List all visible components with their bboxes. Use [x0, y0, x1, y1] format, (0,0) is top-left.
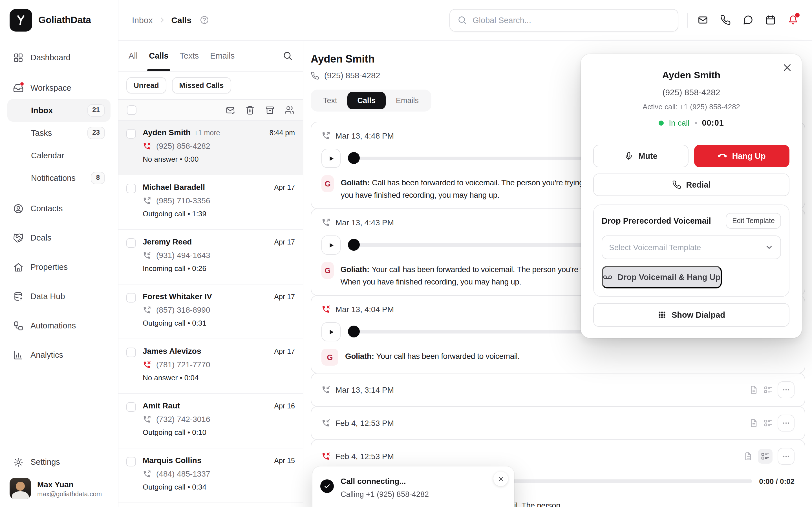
show-dialpad-button[interactable]: Show Dialpad [593, 303, 790, 327]
select-all-checkbox[interactable] [127, 105, 137, 115]
inbox-count-badge: 21 [87, 104, 105, 116]
close-icon[interactable] [782, 62, 792, 73]
tab-calls[interactable]: Calls [347, 92, 386, 109]
row-checkbox[interactable] [126, 402, 136, 412]
toast-title: Call connecting... [341, 476, 429, 486]
incoming-call-icon [321, 419, 331, 428]
filter-unread[interactable]: Unread [126, 77, 166, 94]
popup-contact-phone: (925) 858-4282 [593, 87, 790, 97]
tab-all[interactable]: All [129, 41, 138, 71]
missed-call-icon [321, 452, 331, 461]
sidebar-item-notifications[interactable]: Notifications 8 [7, 167, 110, 189]
sidebar-item-properties[interactable]: Properties [7, 256, 110, 278]
tab-texts[interactable]: Texts [180, 41, 199, 71]
play-button[interactable] [321, 323, 341, 342]
list-item[interactable]: Jay Apr 15 [118, 503, 303, 507]
details-toggle[interactable] [758, 449, 772, 464]
sidebar-item-inbox[interactable]: Inbox 21 [7, 99, 110, 122]
play-button[interactable] [321, 235, 341, 255]
row-checkbox[interactable] [126, 129, 136, 138]
voicemail-icon [603, 272, 612, 282]
edit-template-button[interactable]: Edit Template [726, 213, 781, 229]
tab-calls[interactable]: Calls [149, 41, 168, 71]
list-item[interactable]: Jeremy Reed Apr 17 (931) 494-1643 Incomi… [118, 230, 303, 284]
list-item[interactable]: Marquis Collins Apr 15 (484) 485-1337 Ou… [118, 448, 303, 503]
archive-icon[interactable] [265, 105, 274, 115]
logo[interactable]: GoliathData [7, 8, 110, 33]
mic-icon [624, 152, 633, 161]
assign-users-icon[interactable] [285, 105, 294, 115]
row-checkbox[interactable] [126, 184, 136, 193]
sidebar-item-contacts[interactable]: Contacts [7, 197, 110, 220]
bell-alert-dot [795, 13, 800, 17]
missed-call-icon [143, 360, 151, 369]
list-item[interactable]: Michael Baradell Apr 17 (985) 710-3356 O… [118, 175, 303, 230]
list-search-icon[interactable] [283, 51, 293, 61]
row-checkbox[interactable] [126, 293, 136, 302]
list-item[interactable]: Ayden Smith +1 more 8:44 pm (925) 858-42… [118, 121, 303, 175]
more-button[interactable] [777, 448, 795, 465]
sidebar-item-workspace[interactable]: Workspace [7, 76, 110, 99]
outgoing-call-icon [143, 305, 151, 314]
transcript-icon[interactable] [749, 386, 758, 395]
transcript-icon[interactable] [749, 419, 758, 428]
trash-icon[interactable] [245, 105, 255, 115]
mail-icon[interactable] [698, 15, 708, 25]
chat-icon[interactable] [743, 15, 753, 25]
call-entry: Mar 13, 3:14 PM [311, 373, 805, 407]
toast-close-button[interactable] [493, 471, 508, 486]
more-button[interactable] [777, 382, 795, 399]
global-search-input[interactable] [472, 15, 670, 24]
contact-phone-number: (925) 858-4282 [324, 71, 380, 80]
ellipsis-icon [781, 419, 791, 428]
details-icon[interactable] [763, 419, 772, 428]
list-item[interactable]: Forest Whitaker IV Apr 17 (857) 318-8990… [118, 284, 303, 339]
tab-text[interactable]: Text [313, 92, 347, 109]
tab-emails[interactable]: Emails [386, 92, 429, 109]
phone-icon[interactable] [720, 15, 731, 25]
notifications-bell[interactable] [788, 15, 799, 25]
sidebar-item-deals[interactable]: Deals [7, 226, 110, 249]
sidebar-item-tasks[interactable]: Tasks 23 [7, 122, 110, 144]
conversation-list: Ayden Smith +1 more 8:44 pm (925) 858-42… [118, 121, 303, 507]
sidebar-item-analytics[interactable]: Analytics [7, 344, 110, 366]
user-profile[interactable]: Max Yuan max@goliathdata.com [7, 473, 110, 499]
tab-emails[interactable]: Emails [210, 41, 235, 71]
top-action-icons [688, 13, 799, 27]
global-search[interactable] [449, 9, 678, 31]
automations-icon [13, 320, 24, 331]
sidebar-item-data-hub[interactable]: Data Hub [7, 285, 110, 307]
list-item[interactable]: James Alevizos Apr 17 (781) 721-7770 No … [118, 339, 303, 394]
drop-voicemail-button[interactable]: Drop Voicemail & Hang Up [602, 266, 721, 288]
hang-up-button[interactable]: Hang Up [694, 145, 790, 167]
voicemail-template-select[interactable]: Select Voicemail Template [602, 235, 781, 259]
mark-read-icon[interactable] [225, 105, 235, 115]
outgoing-call-icon [143, 415, 151, 424]
row-checkbox[interactable] [126, 348, 136, 357]
sidebar-item-settings[interactable]: Settings [7, 451, 110, 473]
seek-handle[interactable] [348, 152, 360, 164]
list-item[interactable]: Amit Raut Apr 16 (732) 742-3016 Outgoing… [118, 394, 303, 448]
sidebar-item-label: Workspace [31, 83, 71, 93]
user-name: Max Yuan [37, 480, 102, 489]
play-button[interactable] [321, 149, 341, 168]
outgoing-call-icon [321, 218, 331, 227]
transcript-icon[interactable] [744, 452, 753, 461]
more-button[interactable] [777, 415, 795, 432]
call-entry-date: Mar 13, 4:04 PM [336, 305, 394, 314]
row-checkbox[interactable] [126, 457, 136, 466]
calendar-icon[interactable] [765, 15, 776, 25]
sidebar-item-dashboard[interactable]: Dashboard [7, 46, 110, 69]
help-icon[interactable] [199, 15, 209, 25]
row-checkbox[interactable] [126, 238, 136, 248]
in-call-status-dot [659, 120, 664, 125]
filter-missed-calls[interactable]: Missed Calls [172, 77, 231, 94]
seek-handle[interactable] [348, 326, 360, 338]
seek-handle[interactable] [348, 239, 360, 251]
mute-button[interactable]: Mute [593, 145, 689, 167]
redial-button[interactable]: Redial [593, 173, 790, 196]
sidebar-item-automations[interactable]: Automations [7, 314, 110, 337]
details-icon[interactable] [763, 386, 772, 395]
breadcrumb-inbox[interactable]: Inbox [132, 15, 153, 25]
sidebar-item-calendar[interactable]: Calendar [7, 144, 110, 167]
